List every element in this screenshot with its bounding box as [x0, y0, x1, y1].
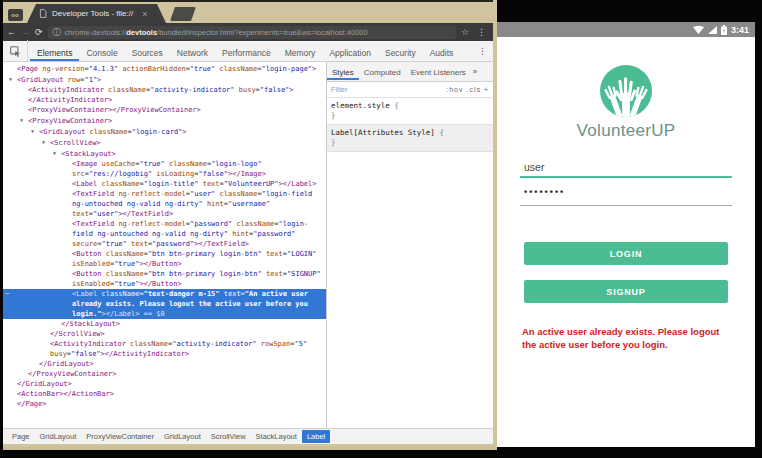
devtools-tab-console[interactable]: Console: [79, 44, 124, 61]
styles-tab-group: StylesComputedEvent Listeners»: [327, 62, 493, 82]
url-text: chrome-devtools://devtools/bundled/inspe…: [65, 28, 368, 37]
battery-icon: [721, 25, 727, 35]
signup-button[interactable]: SIGNUP: [524, 280, 728, 303]
browser-url-bar: ← → ⟳ ⓘ chrome-devtools://devtools/bundl…: [3, 23, 493, 41]
tree-node[interactable]: <TextField ng-reflect-model="user" class…: [3, 189, 326, 219]
styles-tab-event-listeners[interactable]: Event Listeners: [406, 64, 471, 80]
devtools-tab-audits[interactable]: Audits: [423, 44, 461, 61]
tree-node[interactable]: <Image useCache="true" className="login-…: [3, 159, 326, 179]
breadcrumb-item-proxyviewcontainer[interactable]: ProxyViewContainer: [81, 430, 159, 443]
app-logo-hands-icon: [600, 65, 652, 117]
devtools-tab-application[interactable]: Application: [322, 44, 378, 61]
page-info-icon[interactable]: ⓘ: [53, 27, 61, 38]
devtools-tab-sources[interactable]: Sources: [125, 44, 170, 61]
tree-node[interactable]: </ProxyViewContainer>: [3, 369, 326, 379]
login-button[interactable]: LOGIN: [524, 242, 728, 265]
cellular-signal-icon: [708, 26, 717, 34]
volunteerup-app: VolunteerUP user •••••••• LOGIN SIGNUP A…: [497, 37, 755, 447]
tree-node[interactable]: ▼<ScrollView>: [3, 137, 326, 148]
status-time: 3:41: [731, 25, 749, 35]
styles-filter-row: Filter :hov .cls +: [327, 82, 493, 98]
username-underline: [520, 176, 732, 178]
devtools-toolbar: ElementsConsoleSourcesNetworkPerformance…: [3, 41, 493, 62]
devtools-tab-elements[interactable]: Elements: [30, 44, 79, 61]
active-browser-tab[interactable]: Developer Tools - file:// ×: [27, 4, 166, 23]
devtools-window: oo Developer Tools - file:// × ← → ⟳ ⓘ c…: [3, 0, 497, 450]
wifi-icon: [693, 26, 704, 34]
bookmark-star-icon[interactable]: ☆: [461, 27, 469, 37]
tree-node[interactable]: </GridLayout>: [3, 359, 326, 369]
tab-title: Developer Tools - file://: [52, 9, 133, 18]
tree-node[interactable]: <Label className="login-title" text="Vol…: [3, 179, 326, 189]
url-input[interactable]: ⓘ chrome-devtools://devtools/bundled/ins…: [48, 26, 456, 39]
tree-node[interactable]: </GridLayout>: [3, 379, 326, 389]
password-underline: [520, 205, 732, 206]
tree-node[interactable]: ▼<GridLayout row="1">: [3, 74, 326, 85]
styles-toggles[interactable]: :hov .cls +: [446, 86, 489, 93]
styles-filter-input[interactable]: Filter: [331, 85, 446, 94]
tree-node[interactable]: <ProxyViewContainer></ProxyViewContainer…: [3, 105, 326, 115]
style-rule[interactable]: element.style {}: [327, 98, 493, 124]
username-field[interactable]: user: [524, 161, 544, 173]
elements-tree: <Page ng-version="4.1.3" actionBarHidden…: [3, 62, 326, 428]
tree-node[interactable]: ▼<StackLayout>: [3, 148, 326, 159]
tree-node[interactable]: </StackLayout>: [3, 319, 326, 329]
pinned-tab[interactable]: oo: [3, 6, 27, 23]
tree-node[interactable]: ▼<ProxyViewContainer>: [3, 115, 326, 126]
styles-overflow-icon[interactable]: »: [473, 67, 477, 76]
devtools-tab-security[interactable]: Security: [378, 44, 423, 61]
tree-node[interactable]: <Button className="btn btn-primary login…: [3, 269, 326, 289]
breadcrumb-item-scrollview[interactable]: ScrollView: [206, 430, 251, 443]
screenshot-stage: oo Developer Tools - file:// × ← → ⟳ ⓘ c…: [0, 0, 762, 458]
devtools-tab-group: ElementsConsoleSourcesNetworkPerformance…: [30, 42, 460, 60]
tree-node[interactable]: <ActivityIndicator className="activity-i…: [3, 339, 326, 359]
browser-tab-strip: oo Developer Tools - file:// ×: [3, 0, 493, 23]
android-screen: 3:41: [497, 22, 755, 447]
tree-node[interactable]: </ScrollView>: [3, 329, 326, 339]
breadcrumb-item-stacklayout[interactable]: StackLayout: [251, 430, 302, 443]
error-message: An active user already exists. Please lo…: [522, 326, 734, 351]
android-status-bar: 3:41: [497, 22, 755, 37]
breadcrumb-item-gridlayout[interactable]: GridLayout: [159, 430, 206, 443]
styles-sidebar: StylesComputedEvent Listeners» Filter :h…: [326, 62, 493, 428]
devtools-tab-network[interactable]: Network: [170, 44, 215, 61]
new-tab-button[interactable]: [170, 7, 196, 21]
tree-node[interactable]: <ActivityIndicator className="activity-i…: [3, 85, 326, 95]
breadcrumb-item-page[interactable]: Page: [7, 430, 35, 443]
pinned-tab-icon: oo: [8, 9, 23, 21]
style-rule[interactable]: Label[Attributes Style] {}: [327, 124, 493, 152]
breadcrumb-item-label[interactable]: Label: [302, 430, 330, 443]
forward-icon[interactable]: →: [21, 28, 30, 37]
devtools-tab-performance[interactable]: Performance: [215, 44, 278, 61]
tab-close-icon[interactable]: ×: [142, 9, 147, 19]
app-title: VolunteerUP: [497, 121, 755, 141]
tree-node[interactable]: <ActionBar></ActionBar>: [3, 389, 326, 399]
styles-tab-computed[interactable]: Computed: [359, 64, 406, 80]
devtools-more-icon[interactable]: ⋮: [472, 46, 493, 56]
tree-node-selected[interactable]: …<Label className="text-danger m-15" tex…: [3, 289, 326, 319]
tree-node[interactable]: ▼<GridLayout className="login-card">: [3, 126, 326, 137]
tree-node[interactable]: <Page ng-version="4.1.3" actionBarHidden…: [3, 64, 326, 74]
back-icon[interactable]: ←: [7, 28, 16, 37]
inspect-element-icon[interactable]: [3, 40, 28, 62]
tree-node[interactable]: <TextField ng-reflect-model="password" c…: [3, 219, 326, 249]
styles-tab-styles[interactable]: Styles: [327, 64, 359, 80]
browser-menu-icon[interactable]: ⋮: [474, 27, 489, 37]
tree-node[interactable]: </ActivityIndicator>: [3, 95, 326, 105]
reload-icon[interactable]: ⟳: [35, 28, 43, 37]
password-field[interactable]: ••••••••: [524, 187, 565, 197]
breadcrumb: PageGridLayoutProxyViewContainerGridLayo…: [3, 428, 493, 444]
devtools-tab-memory[interactable]: Memory: [278, 44, 323, 61]
tree-node[interactable]: <Button className="btn btn-primary login…: [3, 249, 326, 269]
devtools-panel: ElementsConsoleSourcesNetworkPerformance…: [3, 41, 493, 444]
tree-node[interactable]: </Page>: [3, 399, 326, 409]
breadcrumb-item-gridlayout[interactable]: GridLayout: [35, 430, 82, 443]
page-favicon-icon: [39, 9, 47, 18]
styles-rules: element.style {}Label[Attributes Style] …: [327, 98, 493, 152]
